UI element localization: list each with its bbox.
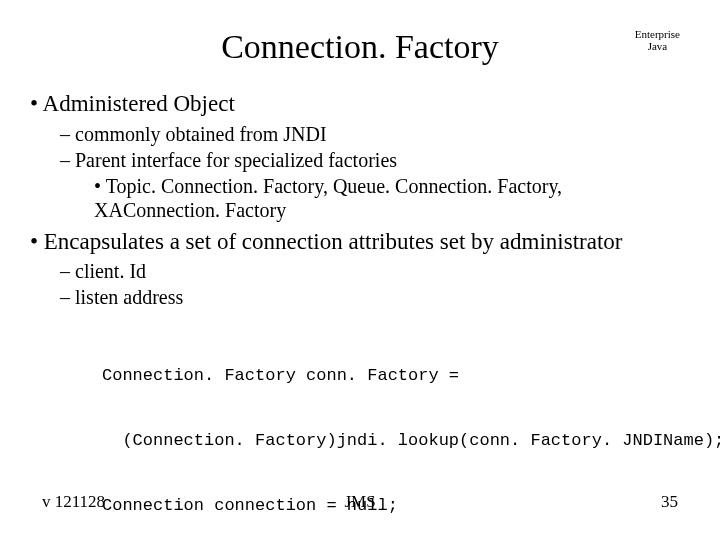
bullet-level3: Topic. Connection. Factory, Queue. Conne…: [94, 174, 690, 222]
slide-body: Administered Object commonly obtained fr…: [30, 84, 690, 540]
bullet-level2: listen address: [60, 285, 690, 309]
footer-topic: JMS: [0, 492, 720, 512]
bullet-level2: commonly obtained from JNDI: [60, 122, 690, 146]
bullet-level1: Administered Object: [30, 90, 690, 118]
bullet-level2: client. Id: [60, 259, 690, 283]
slide: Connection. Factory Enterprise Java Admi…: [0, 0, 720, 540]
footer-page-number: 35: [661, 492, 678, 512]
code-line: Connection. Factory conn. Factory =: [102, 365, 690, 387]
bullet-level2: Parent interface for specialized factori…: [60, 148, 690, 172]
corner-line-2: Java: [635, 40, 680, 52]
bullet-level1: Encapsulates a set of connection attribu…: [30, 228, 690, 256]
code-line: (Connection. Factory)jndi. lookup(conn. …: [102, 430, 690, 452]
corner-line-1: Enterprise: [635, 28, 680, 40]
header-corner: Enterprise Java: [635, 28, 680, 52]
slide-title: Connection. Factory: [0, 28, 720, 66]
